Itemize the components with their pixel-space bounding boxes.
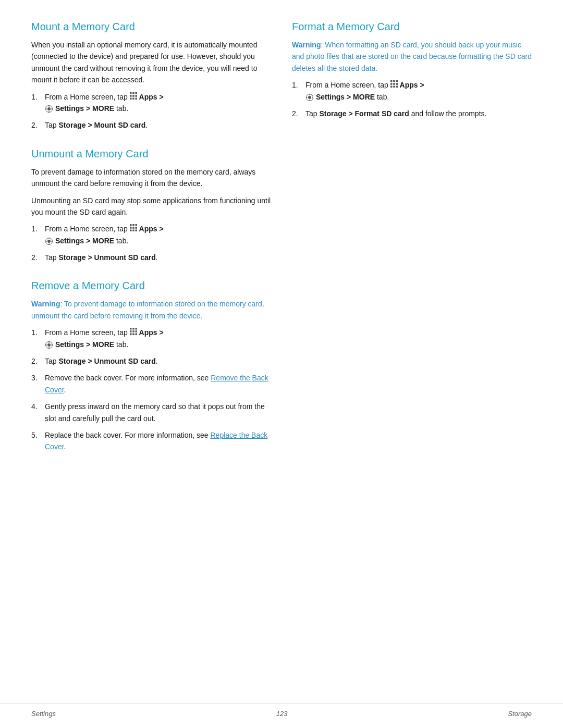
svg-rect-52 — [393, 86, 395, 88]
step-number: 2. — [31, 119, 42, 131]
warning-content: : To prevent damage to information store… — [31, 300, 264, 319]
svg-rect-0 — [130, 92, 132, 94]
step-number: 1. — [292, 79, 302, 103]
list-item: 2. Tap Storage > Unmount SD card. — [31, 252, 271, 263]
svg-rect-22 — [132, 230, 134, 232]
remove-back-cover-link[interactable]: Remove the Back Cover — [45, 374, 268, 393]
svg-rect-50 — [396, 83, 398, 85]
step-content: Tap Storage > Mount SD card. — [45, 119, 271, 131]
step-content: Remove the back cover. For more informat… — [45, 372, 271, 396]
svg-rect-34 — [132, 331, 134, 333]
svg-rect-49 — [393, 83, 395, 85]
svg-rect-7 — [132, 97, 134, 100]
left-column: Mount a Memory Card When you install an … — [31, 21, 271, 470]
step-number: 2. — [31, 355, 42, 367]
step-content: From a Home screen, tap — [305, 79, 532, 103]
mount-title: Mount a Memory Card — [31, 21, 271, 33]
svg-rect-19 — [132, 227, 134, 229]
tap-label: Storage > Unmount SD card — [58, 357, 155, 365]
tap-label: Storage > Unmount SD card — [58, 253, 155, 262]
apps-icon — [130, 328, 139, 337]
svg-point-25 — [47, 240, 51, 243]
svg-rect-23 — [135, 230, 137, 232]
list-item: 2. Tap Storage > Format SD card and foll… — [292, 108, 532, 119]
remove-warning: Warning: To prevent damage to informatio… — [31, 298, 271, 322]
unmount-section: Unmount a Memory Card To prevent damage … — [31, 148, 271, 264]
svg-rect-45 — [390, 80, 393, 82]
list-item: 3. Remove the back cover. For more infor… — [31, 372, 271, 396]
svg-point-10 — [47, 107, 51, 110]
step-number: 1. — [31, 91, 42, 115]
svg-rect-18 — [130, 227, 132, 229]
svg-rect-36 — [130, 334, 132, 336]
settings-icon — [45, 104, 55, 113]
svg-rect-6 — [130, 97, 132, 100]
list-item: 5. Replace the back cover. For more info… — [31, 429, 271, 453]
mount-description: When you install an optional memory card… — [31, 39, 271, 86]
settings-more-label: Settings > MORE — [55, 340, 114, 349]
svg-rect-8 — [135, 97, 137, 100]
svg-rect-1 — [132, 92, 134, 94]
step-content: Tap Storage > Format SD card and follow … — [305, 108, 532, 119]
settings-more-label: Settings > MORE — [316, 93, 375, 101]
footer-center: 123 — [276, 710, 288, 718]
settings-more-label: Settings > MORE — [55, 237, 114, 245]
svg-point-55 — [308, 96, 311, 99]
list-item: 1. From a Home screen, tap — [31, 91, 271, 115]
mount-section: Mount a Memory Card When you install an … — [31, 21, 271, 131]
apps-icon — [390, 81, 400, 89]
format-section: Format a Memory Card Warning: When forma… — [292, 21, 532, 119]
warning-bold: Warning — [292, 41, 321, 49]
list-item: 1. From a Home screen, tap — [31, 327, 271, 350]
remove-section: Remove a Memory Card Warning: To prevent… — [31, 280, 271, 452]
step-content: Replace the back cover. For more informa… — [45, 429, 271, 453]
settings-icon — [45, 237, 55, 245]
svg-rect-46 — [393, 80, 395, 82]
remove-title: Remove a Memory Card — [31, 280, 271, 292]
unmount-body: To prevent damage to information stored … — [31, 166, 271, 264]
svg-rect-4 — [132, 95, 134, 97]
list-item: 2. Tap Storage > Unmount SD card. — [31, 355, 271, 367]
list-item: 1. From a Home screen, tap — [31, 223, 271, 246]
svg-rect-21 — [130, 230, 132, 232]
remove-steps: 1. From a Home screen, tap — [31, 327, 271, 453]
tap-label: Storage > Mount SD card — [58, 121, 145, 129]
step-number: 4. — [31, 401, 42, 424]
list-item: 1. From a Home screen, tap — [292, 79, 532, 103]
list-item: 4. Gently press inward on the memory car… — [31, 401, 271, 424]
svg-rect-33 — [130, 331, 132, 333]
footer-left: Settings — [31, 710, 56, 718]
step-number: 5. — [31, 429, 42, 453]
remove-body: Warning: To prevent damage to informatio… — [31, 298, 271, 452]
step-number: 1. — [31, 327, 42, 350]
svg-rect-51 — [390, 86, 393, 88]
settings-icon — [305, 93, 316, 101]
step-number: 3. — [31, 372, 42, 396]
step-content: From a Home screen, tap — [45, 91, 271, 115]
svg-rect-16 — [132, 224, 134, 226]
warning-content: : When formatting an SD card, you should… — [292, 41, 532, 72]
step-content: Gently press inward on the memory card s… — [45, 401, 271, 424]
format-body: Warning: When formatting an SD card, you… — [292, 39, 532, 119]
apps-label: Apps > — [139, 93, 164, 101]
svg-rect-5 — [135, 95, 137, 97]
svg-rect-17 — [135, 224, 137, 226]
step-number: 1. — [31, 223, 42, 246]
apps-label: Apps > — [139, 225, 164, 233]
right-column: Format a Memory Card Warning: When forma… — [292, 21, 532, 470]
step-content: Tap Storage > Unmount SD card. — [45, 252, 271, 263]
replace-back-cover-link[interactable]: Replace the Back Cover — [45, 431, 267, 451]
svg-rect-20 — [135, 227, 137, 229]
unmount-description1: To prevent damage to information stored … — [31, 166, 271, 190]
apps-icon — [130, 93, 139, 101]
unmount-title: Unmount a Memory Card — [31, 148, 271, 160]
svg-rect-53 — [396, 86, 398, 88]
format-title: Format a Memory Card — [292, 21, 532, 33]
apps-label: Apps > — [139, 328, 164, 337]
format-warning: Warning: When formatting an SD card, you… — [292, 39, 532, 74]
svg-rect-35 — [135, 331, 137, 333]
svg-rect-48 — [390, 83, 393, 85]
footer-right: Storage — [508, 710, 532, 718]
svg-rect-3 — [130, 95, 132, 97]
settings-icon — [45, 340, 55, 349]
